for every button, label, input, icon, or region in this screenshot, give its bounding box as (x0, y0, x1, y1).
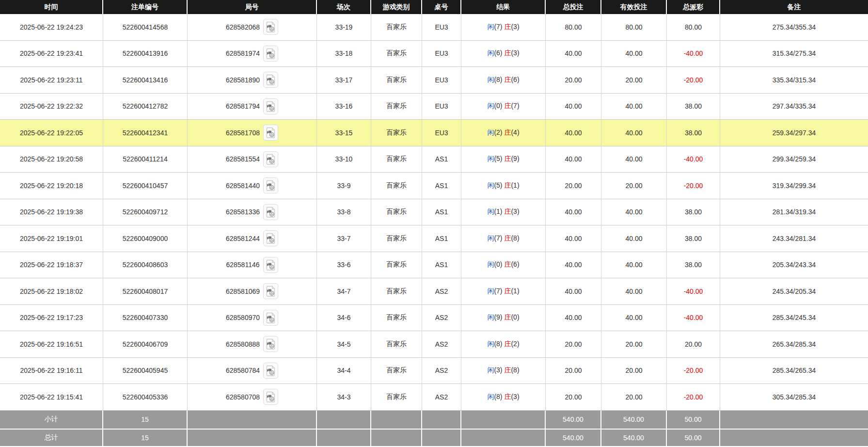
summary-label: 小计 (0, 411, 103, 429)
cell-total-payout: -40.00 (667, 305, 720, 332)
player-result-value: (8) (494, 76, 502, 83)
video-replay-button[interactable] (263, 257, 278, 273)
cell-result: 闲(0) 庄(6) (461, 252, 546, 279)
cell-result: 闲(1) 庄(3) (461, 199, 546, 226)
cell-session: 34-5 (317, 331, 371, 358)
column-header-session: 场次 (317, 0, 371, 14)
table-row[interactable]: 2025-06-22 19:19:01 522600409000 6285812… (0, 225, 868, 252)
cell-remark: 319.34/299.34 (720, 173, 868, 199)
summary-total-bet: 540.00 (546, 411, 601, 429)
cell-bet-id: 522600408603 (103, 252, 188, 279)
banker-result-value: (3) (511, 23, 519, 31)
table-row[interactable]: 2025-06-22 19:22:05 522600412341 6285817… (0, 120, 868, 146)
cell-time: 2025-06-22 19:22:32 (0, 94, 103, 120)
column-header-bet_id: 注单编号 (103, 0, 188, 14)
player-result-label: 闲 (487, 208, 494, 215)
cell-result: 闲(2) 庄(4) (461, 120, 546, 146)
table-row[interactable]: 2025-06-22 19:15:41 522600405336 6285807… (0, 384, 868, 411)
cell-game-type: 百家乐 (371, 225, 422, 252)
video-replay-button[interactable] (263, 19, 278, 35)
banker-result-label: 庄 (504, 76, 511, 83)
cell-time: 2025-06-22 19:18:02 (0, 278, 103, 305)
table-row[interactable]: 2025-06-22 19:20:18 522600410457 6285814… (0, 173, 868, 199)
cell-total-payout: -20.00 (667, 67, 720, 94)
video-replay-button[interactable] (263, 230, 278, 246)
video-replay-button[interactable] (263, 310, 278, 326)
cell-session: 33-6 (317, 252, 371, 279)
table-row[interactable]: 2025-06-22 19:24:23 522600414568 6285820… (0, 14, 868, 41)
column-header-time: 时间 (0, 0, 103, 14)
cell-total-payout: 38.00 (667, 225, 720, 252)
cell-game-type: 百家乐 (371, 358, 422, 384)
header-row: 时间注单编号局号场次游戏类别桌号结果总投注有效投注总派彩备注 (0, 0, 868, 14)
cell-table-no: EU3 (422, 120, 461, 146)
video-replay-button[interactable] (263, 72, 278, 88)
player-result-value: (7) (494, 287, 502, 295)
cell-bet-id: 522600413416 (103, 67, 188, 94)
table-row[interactable]: 2025-06-22 19:22:32 522600412782 6285817… (0, 94, 868, 120)
cell-bet-id: 522600407330 (103, 305, 188, 332)
video-file-icon (266, 101, 276, 112)
round-id-text: 628581069 (226, 287, 260, 295)
video-replay-button[interactable] (263, 151, 278, 167)
table-row[interactable]: 2025-06-22 19:19:38 522600409712 6285813… (0, 199, 868, 226)
cell-valid-bet: 40.00 (601, 305, 667, 332)
cell-result: 闲(0) 庄(7) (461, 94, 546, 120)
cell-result: 闲(3) 庄(8) (461, 358, 546, 384)
summary-row: 小计 15 540.00 540.00 50.00 (0, 411, 868, 429)
cell-round-id: 628580708 (188, 384, 317, 411)
video-replay-button[interactable] (263, 336, 278, 352)
round-id-text: 628580708 (226, 393, 260, 401)
round-id-text: 628581708 (226, 129, 260, 137)
round-id-text: 628582068 (226, 23, 260, 31)
video-replay-button[interactable] (263, 125, 278, 141)
cell-total-payout: -40.00 (667, 278, 720, 305)
cell-round-id: 628581146 (188, 252, 317, 279)
cell-time: 2025-06-22 19:16:11 (0, 358, 103, 384)
cell-session: 33-17 (317, 67, 371, 94)
cell-total-bet: 40.00 (546, 41, 601, 67)
cell-total-bet: 40.00 (546, 252, 601, 279)
table-row[interactable]: 2025-06-22 19:23:11 522600413416 6285818… (0, 67, 868, 94)
table-row[interactable]: 2025-06-22 19:16:51 522600406709 6285808… (0, 331, 868, 358)
cell-table-no: AS1 (422, 199, 461, 226)
banker-result-value: (9) (511, 155, 519, 162)
table-row[interactable]: 2025-06-22 19:23:41 522600413916 6285819… (0, 41, 868, 67)
cell-remark: 299.34/259.34 (720, 146, 868, 173)
cell-table-no: EU3 (422, 41, 461, 67)
player-result-label: 闲 (487, 313, 494, 321)
video-replay-button[interactable] (263, 204, 278, 220)
round-id-text: 628581440 (226, 182, 260, 190)
video-replay-button[interactable] (263, 98, 278, 114)
cell-table-no: AS1 (422, 173, 461, 199)
cell-time: 2025-06-22 19:19:01 (0, 225, 103, 252)
cell-session: 33-8 (317, 199, 371, 226)
table-row[interactable]: 2025-06-22 19:18:37 522600408603 6285811… (0, 252, 868, 279)
video-replay-button[interactable] (263, 177, 278, 193)
cell-round-id: 628581554 (188, 146, 317, 173)
banker-result-label: 庄 (504, 366, 511, 374)
cell-session: 33-18 (317, 41, 371, 67)
cell-game-type: 百家乐 (371, 94, 422, 120)
banker-result-label: 庄 (504, 340, 511, 348)
table-row[interactable]: 2025-06-22 19:18:02 522600408017 6285810… (0, 278, 868, 305)
cell-bet-id: 522600413916 (103, 41, 188, 67)
cell-valid-bet: 40.00 (601, 120, 667, 146)
banker-result-label: 庄 (504, 49, 511, 57)
player-result-label: 闲 (487, 234, 494, 242)
round-id-text: 628580888 (226, 340, 260, 348)
table-row[interactable]: 2025-06-22 19:16:11 522600405945 6285807… (0, 358, 868, 384)
cell-bet-id: 522600405945 (103, 358, 188, 384)
table-row[interactable]: 2025-06-22 19:20:58 522600411214 6285815… (0, 146, 868, 173)
video-replay-button[interactable] (263, 389, 278, 405)
banker-result-value: (3) (511, 393, 519, 400)
video-replay-button[interactable] (263, 46, 278, 62)
cell-bet-id: 522600406709 (103, 331, 188, 358)
table-row[interactable]: 2025-06-22 19:17:23 522600407330 6285809… (0, 305, 868, 332)
cell-total-bet: 40.00 (546, 199, 601, 226)
cell-valid-bet: 20.00 (601, 331, 667, 358)
video-replay-button[interactable] (263, 363, 278, 379)
player-result-value: (7) (494, 23, 502, 31)
round-id-text: 628581244 (226, 235, 260, 242)
video-replay-button[interactable] (263, 283, 278, 299)
